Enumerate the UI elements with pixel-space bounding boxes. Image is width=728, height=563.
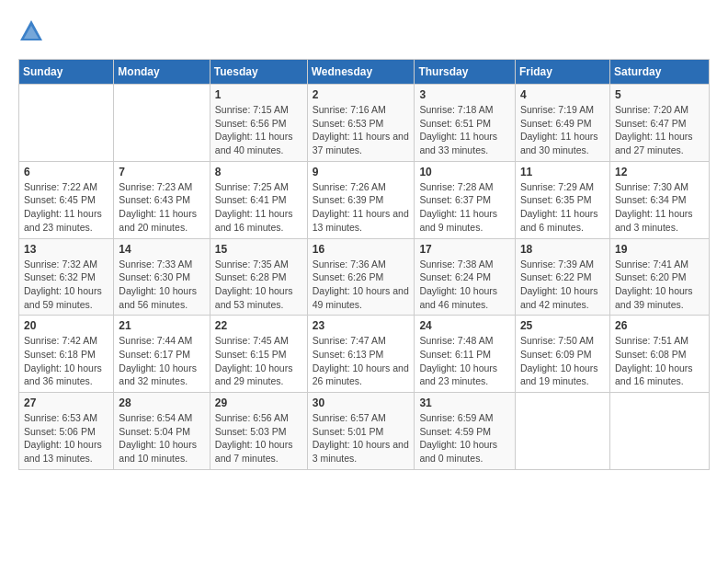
- day-cell: 20Sunrise: 7:42 AMSunset: 6:18 PMDayligh…: [19, 316, 114, 393]
- day-info: Sunrise: 7:48 AMSunset: 6:11 PMDaylight:…: [419, 334, 510, 388]
- day-cell: 4Sunrise: 7:19 AMSunset: 6:49 PMDaylight…: [515, 85, 609, 162]
- day-number: 9: [313, 166, 410, 178]
- day-cell: 11Sunrise: 7:29 AMSunset: 6:35 PMDayligh…: [515, 161, 609, 238]
- day-cell: 16Sunrise: 7:36 AMSunset: 6:26 PMDayligh…: [307, 238, 415, 316]
- day-number: 22: [215, 319, 302, 332]
- calendar-table: SundayMondayTuesdayWednesdayThursdayFrid…: [18, 59, 710, 470]
- day-cell: 17Sunrise: 7:38 AMSunset: 6:24 PMDayligh…: [415, 238, 516, 316]
- day-number: 19: [615, 243, 704, 256]
- header-tuesday: Tuesday: [210, 60, 307, 85]
- day-number: 6: [24, 166, 108, 178]
- day-cell: 10Sunrise: 7:28 AMSunset: 6:37 PMDayligh…: [415, 161, 516, 238]
- day-info: Sunrise: 7:36 AMSunset: 6:26 PMDaylight:…: [313, 258, 410, 312]
- day-number: 12: [615, 166, 704, 178]
- day-number: 1: [215, 88, 302, 101]
- day-number: 14: [119, 243, 204, 256]
- day-number: 11: [520, 166, 605, 178]
- day-info: Sunrise: 7:16 AMSunset: 6:53 PMDaylight:…: [313, 103, 410, 157]
- day-number: 25: [520, 319, 605, 332]
- day-info: Sunrise: 7:50 AMSunset: 6:09 PMDaylight:…: [520, 334, 605, 388]
- day-cell: 19Sunrise: 7:41 AMSunset: 6:20 PMDayligh…: [609, 238, 709, 316]
- day-info: Sunrise: 7:28 AMSunset: 6:37 PMDaylight:…: [419, 180, 510, 235]
- day-cell: 12Sunrise: 7:30 AMSunset: 6:34 PMDayligh…: [609, 161, 709, 238]
- day-info: Sunrise: 6:53 AMSunset: 5:06 PMDaylight:…: [24, 411, 108, 465]
- day-info: Sunrise: 7:44 AMSunset: 6:17 PMDaylight:…: [119, 334, 204, 388]
- logo: [18, 18, 48, 44]
- day-number: 4: [520, 88, 605, 101]
- header-friday: Friday: [515, 60, 609, 85]
- day-cell: 13Sunrise: 7:32 AMSunset: 6:32 PMDayligh…: [19, 238, 114, 316]
- day-cell: [114, 85, 210, 162]
- header-thursday: Thursday: [415, 60, 516, 85]
- day-info: Sunrise: 7:51 AMSunset: 6:08 PMDaylight:…: [615, 334, 704, 388]
- day-info: Sunrise: 7:45 AMSunset: 6:15 PMDaylight:…: [215, 334, 302, 388]
- day-number: 21: [119, 319, 204, 332]
- day-cell: 6Sunrise: 7:22 AMSunset: 6:45 PMDaylight…: [19, 161, 114, 238]
- day-cell: 29Sunrise: 6:56 AMSunset: 5:03 PMDayligh…: [210, 393, 307, 470]
- day-cell: 21Sunrise: 7:44 AMSunset: 6:17 PMDayligh…: [114, 316, 210, 393]
- day-cell: 8Sunrise: 7:25 AMSunset: 6:41 PMDaylight…: [210, 161, 307, 238]
- header-monday: Monday: [114, 60, 210, 85]
- day-cell: 14Sunrise: 7:33 AMSunset: 6:30 PMDayligh…: [114, 238, 210, 316]
- day-info: Sunrise: 7:29 AMSunset: 6:35 PMDaylight:…: [520, 180, 605, 235]
- header-sunday: Sunday: [19, 60, 114, 85]
- day-number: 10: [419, 166, 510, 178]
- day-info: Sunrise: 7:47 AMSunset: 6:13 PMDaylight:…: [313, 334, 410, 388]
- day-info: Sunrise: 7:35 AMSunset: 6:28 PMDaylight:…: [215, 258, 302, 312]
- day-info: Sunrise: 7:38 AMSunset: 6:24 PMDaylight:…: [419, 258, 510, 312]
- day-cell: 26Sunrise: 7:51 AMSunset: 6:08 PMDayligh…: [609, 316, 709, 393]
- day-number: 28: [119, 396, 204, 409]
- day-number: 20: [24, 319, 108, 332]
- day-cell: 1Sunrise: 7:15 AMSunset: 6:56 PMDaylight…: [210, 85, 307, 162]
- day-cell: 18Sunrise: 7:39 AMSunset: 6:22 PMDayligh…: [515, 238, 609, 316]
- day-number: 26: [615, 319, 704, 332]
- day-cell: 5Sunrise: 7:20 AMSunset: 6:47 PMDaylight…: [609, 85, 709, 162]
- day-cell: [609, 393, 709, 470]
- day-number: 29: [215, 396, 302, 409]
- day-number: 3: [419, 88, 510, 101]
- day-info: Sunrise: 7:32 AMSunset: 6:32 PMDaylight:…: [24, 258, 108, 312]
- day-cell: 9Sunrise: 7:26 AMSunset: 6:39 PMDaylight…: [307, 161, 415, 238]
- day-cell: 25Sunrise: 7:50 AMSunset: 6:09 PMDayligh…: [515, 316, 609, 393]
- day-cell: 7Sunrise: 7:23 AMSunset: 6:43 PMDaylight…: [114, 161, 210, 238]
- day-number: 15: [215, 243, 302, 256]
- week-row-4: 20Sunrise: 7:42 AMSunset: 6:18 PMDayligh…: [19, 316, 710, 393]
- day-cell: [515, 393, 609, 470]
- day-info: Sunrise: 7:22 AMSunset: 6:45 PMDaylight:…: [24, 180, 108, 235]
- day-cell: 2Sunrise: 7:16 AMSunset: 6:53 PMDaylight…: [307, 85, 415, 162]
- day-info: Sunrise: 6:54 AMSunset: 5:04 PMDaylight:…: [119, 411, 204, 465]
- day-info: Sunrise: 7:39 AMSunset: 6:22 PMDaylight:…: [520, 258, 605, 312]
- day-info: Sunrise: 7:23 AMSunset: 6:43 PMDaylight:…: [119, 180, 204, 235]
- day-number: 27: [24, 396, 108, 409]
- day-info: Sunrise: 7:25 AMSunset: 6:41 PMDaylight:…: [215, 180, 302, 235]
- day-info: Sunrise: 7:15 AMSunset: 6:56 PMDaylight:…: [215, 103, 302, 157]
- day-info: Sunrise: 7:18 AMSunset: 6:51 PMDaylight:…: [419, 103, 510, 157]
- day-info: Sunrise: 7:33 AMSunset: 6:30 PMDaylight:…: [119, 258, 204, 312]
- day-cell: 23Sunrise: 7:47 AMSunset: 6:13 PMDayligh…: [307, 316, 415, 393]
- page-header: [18, 18, 710, 44]
- day-info: Sunrise: 7:20 AMSunset: 6:47 PMDaylight:…: [615, 103, 704, 157]
- day-info: Sunrise: 7:42 AMSunset: 6:18 PMDaylight:…: [24, 334, 108, 388]
- day-number: 16: [313, 243, 410, 256]
- day-cell: [19, 85, 114, 162]
- week-row-3: 13Sunrise: 7:32 AMSunset: 6:32 PMDayligh…: [19, 238, 710, 316]
- day-number: 13: [24, 243, 108, 256]
- day-cell: 31Sunrise: 6:59 AMSunset: 4:59 PMDayligh…: [415, 393, 516, 470]
- week-row-2: 6Sunrise: 7:22 AMSunset: 6:45 PMDaylight…: [19, 161, 710, 238]
- day-info: Sunrise: 7:41 AMSunset: 6:20 PMDaylight:…: [615, 258, 704, 312]
- header-wednesday: Wednesday: [307, 60, 415, 85]
- day-info: Sunrise: 6:59 AMSunset: 4:59 PMDaylight:…: [419, 411, 510, 465]
- header-row: SundayMondayTuesdayWednesdayThursdayFrid…: [19, 60, 710, 85]
- day-number: 7: [119, 166, 204, 178]
- header-saturday: Saturday: [609, 60, 709, 85]
- day-number: 24: [419, 319, 510, 332]
- day-number: 5: [615, 88, 704, 101]
- logo-icon: [18, 18, 44, 44]
- day-info: Sunrise: 7:26 AMSunset: 6:39 PMDaylight:…: [313, 180, 410, 235]
- day-number: 8: [215, 166, 302, 178]
- day-number: 2: [313, 88, 410, 101]
- day-cell: 15Sunrise: 7:35 AMSunset: 6:28 PMDayligh…: [210, 238, 307, 316]
- day-cell: 28Sunrise: 6:54 AMSunset: 5:04 PMDayligh…: [114, 393, 210, 470]
- day-info: Sunrise: 7:30 AMSunset: 6:34 PMDaylight:…: [615, 180, 704, 235]
- day-number: 30: [313, 396, 410, 409]
